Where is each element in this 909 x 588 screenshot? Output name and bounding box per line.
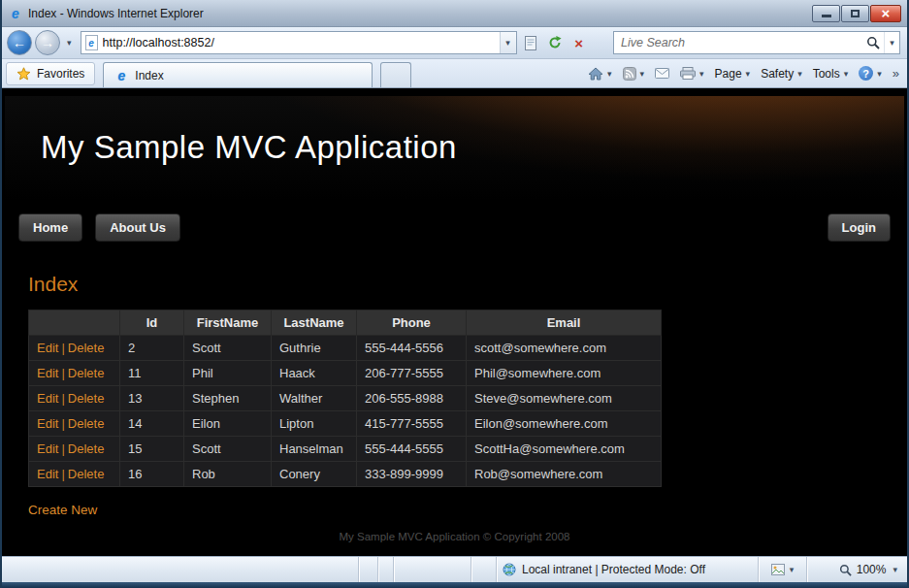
tab-label: Index xyxy=(135,69,163,82)
cell-email: ScottHa@somewhere.com xyxy=(467,437,662,462)
tools-menu-button[interactable]: Tools xyxy=(811,65,851,82)
login-button[interactable]: Login xyxy=(828,213,891,242)
header-last-name: LastName xyxy=(272,310,357,336)
cell-first-name: Scott xyxy=(184,336,272,361)
compatibility-view-button[interactable] xyxy=(520,31,541,54)
forward-arrow-icon xyxy=(41,35,54,50)
zoom-level: 100% xyxy=(857,563,887,576)
zoom-magnifier-icon xyxy=(839,564,852,576)
help-button[interactable] xyxy=(857,64,884,82)
refresh-button[interactable] xyxy=(544,31,566,54)
window-controls xyxy=(811,5,901,22)
zoom-control[interactable]: 100% xyxy=(806,557,907,582)
cell-first-name: Phil xyxy=(184,361,272,386)
page-viewport: My Sample MVC Application Home About Us … xyxy=(2,88,907,556)
search-button[interactable] xyxy=(862,36,884,49)
back-arrow-icon xyxy=(13,35,26,50)
status-message-area xyxy=(2,557,358,582)
favorites-bar: Favorites Index Page Safety xyxy=(2,59,907,88)
cell-id: 2 xyxy=(120,336,184,361)
close-button[interactable] xyxy=(870,5,901,22)
status-segment xyxy=(393,557,471,582)
forward-button[interactable] xyxy=(35,30,60,55)
header-email: Email xyxy=(467,310,662,336)
edit-link[interactable]: Edit xyxy=(37,341,58,355)
delete-link[interactable]: Delete xyxy=(68,467,105,481)
cell-last-name: Hanselman xyxy=(272,437,357,462)
cell-id: 11 xyxy=(120,361,184,386)
search-input[interactable] xyxy=(614,36,862,49)
cell-phone: 555-444-5556 xyxy=(357,336,467,361)
search-box xyxy=(613,31,900,54)
status-segment xyxy=(471,557,496,582)
read-mail-button[interactable] xyxy=(653,66,671,81)
delete-link[interactable]: Delete xyxy=(68,341,105,355)
delete-link[interactable]: Delete xyxy=(68,441,105,456)
edit-link[interactable]: Edit xyxy=(37,366,58,380)
favorites-button[interactable]: Favorites xyxy=(6,62,95,85)
table-header-row: Id FirstName LastName Phone Email xyxy=(29,310,662,336)
cell-last-name: Walther xyxy=(272,386,357,411)
page-menu-button[interactable]: Page xyxy=(713,65,753,82)
site-header: My Sample MVC Application xyxy=(5,96,904,201)
overflow-chevron[interactable] xyxy=(891,64,901,82)
search-dropdown[interactable] xyxy=(884,32,899,53)
link-separator: | xyxy=(61,416,64,431)
address-dropdown[interactable] xyxy=(500,32,516,53)
safety-menu-button[interactable]: Safety xyxy=(759,65,804,82)
mail-icon xyxy=(655,68,669,79)
status-indicator-button[interactable] xyxy=(758,557,806,582)
star-icon xyxy=(16,67,31,81)
edit-link[interactable]: Edit xyxy=(37,391,58,406)
maximize-button[interactable] xyxy=(841,5,869,22)
feeds-button[interactable] xyxy=(621,65,647,82)
new-tab-button[interactable] xyxy=(380,62,411,87)
home-icon xyxy=(588,67,603,81)
row-actions: Edit|Delete xyxy=(29,411,120,437)
nav-about-button[interactable]: About Us xyxy=(95,213,180,242)
cell-id: 14 xyxy=(120,411,184,437)
delete-link[interactable]: Delete xyxy=(68,366,105,380)
header-phone: Phone xyxy=(357,310,467,336)
edit-link[interactable]: Edit xyxy=(37,416,58,431)
close-icon xyxy=(882,5,891,22)
header-id: Id xyxy=(120,310,184,336)
link-separator: | xyxy=(61,441,64,456)
page-favicon-icon xyxy=(85,35,98,50)
address-input[interactable] xyxy=(98,36,500,49)
cell-phone: 206-777-5555 xyxy=(357,361,467,386)
cell-email: Phil@somewhere.com xyxy=(467,361,662,386)
minimize-button[interactable] xyxy=(812,5,840,22)
site-title: My Sample MVC Application xyxy=(41,129,457,166)
print-button[interactable] xyxy=(678,65,706,82)
browser-window: Index - Windows Internet Explorer × xyxy=(0,0,909,588)
create-new-link[interactable]: Create New xyxy=(28,503,97,517)
table-row: Edit|Delete 16 Rob Conery 333-899-9999 R… xyxy=(29,462,662,487)
title-bar: Index - Windows Internet Explorer xyxy=(2,0,907,27)
compatibility-page-icon xyxy=(525,36,536,50)
stop-button[interactable]: × xyxy=(568,31,590,54)
tab-favicon-icon xyxy=(114,68,129,83)
home-button[interactable] xyxy=(586,65,614,82)
table-row: Edit|Delete 2 Scott Guthrie 555-444-5556… xyxy=(29,336,662,361)
cell-phone: 206-555-8988 xyxy=(357,386,467,411)
zone-text: Local intranet | Protected Mode: Off xyxy=(522,563,705,576)
tab-index[interactable]: Index xyxy=(103,62,373,87)
row-actions: Edit|Delete xyxy=(29,361,120,386)
edit-link[interactable]: Edit xyxy=(37,441,58,456)
security-zone: Local intranet | Protected Mode: Off xyxy=(496,557,758,582)
history-dropdown[interactable] xyxy=(63,38,74,48)
table-row: Edit|Delete 13 Stephen Walther 206-555-8… xyxy=(29,386,662,411)
delete-link[interactable]: Delete xyxy=(68,391,105,406)
window-frame-bottom xyxy=(2,582,907,588)
row-actions: Edit|Delete xyxy=(29,437,120,462)
header-first-name: FirstName xyxy=(184,310,272,336)
delete-link[interactable]: Delete xyxy=(68,416,105,431)
address-bar xyxy=(81,31,517,54)
back-button[interactable] xyxy=(7,30,32,55)
table-row: Edit|Delete 11 Phil Haack 206-777-5555 P… xyxy=(29,361,662,386)
cell-phone: 555-444-5555 xyxy=(357,437,467,462)
edit-link[interactable]: Edit xyxy=(37,467,58,481)
stop-icon: × xyxy=(574,35,583,51)
nav-home-button[interactable]: Home xyxy=(18,213,82,242)
